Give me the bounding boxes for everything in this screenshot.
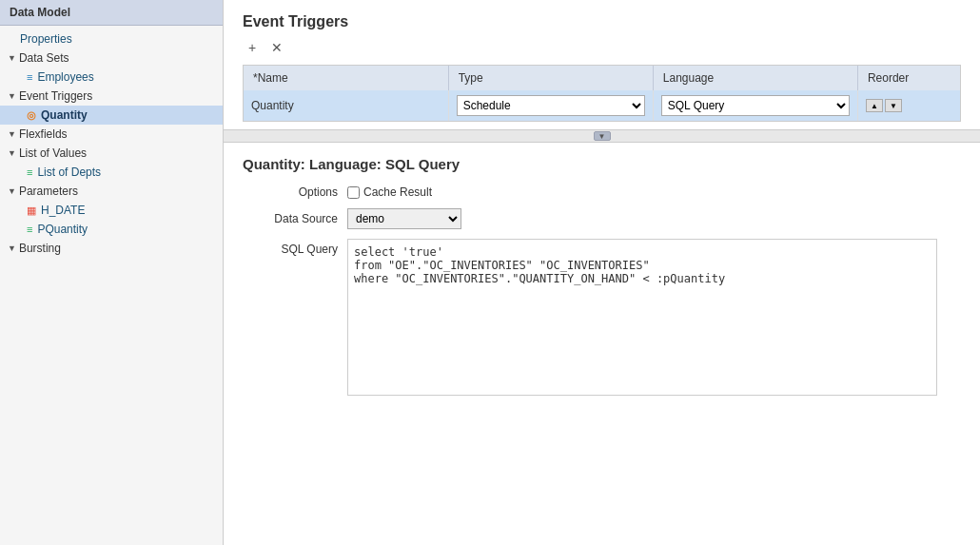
- reorder-buttons: ▲ ▼: [866, 99, 952, 112]
- sidebar: Data Model Properties ▼ Data Sets ≡ Empl…: [0, 0, 224, 545]
- sql-query-label: SQL Query: [243, 239, 347, 256]
- sidebar-item-quantity[interactable]: ◎ Quantity: [0, 106, 223, 125]
- sidebar-item-data-sets[interactable]: ▼ Data Sets: [0, 49, 223, 68]
- sql-query-textarea[interactable]: [347, 239, 937, 396]
- trigger-language-cell: SQL Query PL/SQL Java: [653, 90, 857, 121]
- trigger-reorder-cell: ▲ ▼: [857, 90, 960, 121]
- collapse-icon: ▼: [8, 53, 16, 63]
- collapse-icon: ▼: [8, 129, 16, 139]
- collapse-icon: ▼: [8, 243, 16, 253]
- data-source-label: Data Source: [243, 212, 347, 225]
- splitter-divider: ▼: [224, 129, 980, 143]
- trigger-name-input[interactable]: [251, 99, 441, 112]
- cache-result-checkbox[interactable]: [347, 186, 360, 199]
- splitter-handle[interactable]: ▼: [594, 131, 611, 141]
- table-header-row: *Name Type Language Reorder: [244, 66, 960, 90]
- trigger-type-select[interactable]: Schedule Before Report After Report: [457, 95, 645, 116]
- cache-result-text: Cache Result: [363, 185, 432, 199]
- add-trigger-button[interactable]: +: [243, 38, 262, 57]
- sidebar-item-label: List of Depts: [37, 165, 101, 179]
- sidebar-item-parameters[interactable]: ▼ Parameters: [0, 182, 223, 201]
- sidebar-item-bursting[interactable]: ▼ Bursting: [0, 239, 223, 258]
- trigger-language-select[interactable]: SQL Query PL/SQL Java: [661, 95, 850, 116]
- sidebar-item-label: Data Sets: [19, 51, 69, 65]
- col-type: Type: [448, 66, 653, 90]
- reorder-up-button[interactable]: ▲: [866, 99, 883, 112]
- options-label: Options: [243, 185, 347, 199]
- sidebar-item-label: Flexfields: [19, 127, 68, 141]
- h-date-icon: ▦: [27, 204, 36, 217]
- detail-section: Quantity: Language: SQL Query Options Ca…: [224, 143, 980, 418]
- sidebar-item-flexfields[interactable]: ▼ Flexfields: [0, 125, 223, 144]
- sidebar-item-label: List of Values: [19, 146, 87, 160]
- sidebar-item-label: PQuantity: [37, 223, 88, 236]
- data-source-select[interactable]: demo: [347, 208, 461, 229]
- sidebar-item-event-triggers[interactable]: ▼ Event Triggers: [0, 87, 223, 106]
- collapse-icon: ▼: [8, 186, 16, 196]
- sidebar-item-label: Bursting: [19, 242, 61, 255]
- reorder-down-button[interactable]: ▼: [885, 99, 902, 112]
- trigger-type-cell: Schedule Before Report After Report: [448, 90, 653, 121]
- quantity-icon: ◎: [27, 109, 36, 122]
- sidebar-item-label: Employees: [37, 70, 93, 84]
- collapse-icon: ▼: [8, 148, 16, 158]
- sidebar-header: Data Model: [0, 0, 223, 26]
- sidebar-item-label: H_DATE: [41, 204, 85, 217]
- sidebar-item-properties[interactable]: Properties: [0, 29, 223, 49]
- event-triggers-toolbar: + ✕: [224, 38, 980, 65]
- col-language: Language: [653, 66, 857, 90]
- triggers-table-container: *Name Type Language Reorder Schedule Bef…: [243, 65, 961, 122]
- sidebar-item-label: Quantity: [41, 108, 88, 122]
- col-name: *Name: [244, 66, 448, 90]
- sidebar-item-employees[interactable]: ≡ Employees: [0, 68, 223, 87]
- employees-icon: ≡: [27, 71, 32, 83]
- trigger-name-cell: [244, 90, 448, 121]
- sidebar-item-h-date[interactable]: ▦ H_DATE: [0, 201, 223, 220]
- table-row: Schedule Before Report After Report SQL …: [244, 90, 960, 121]
- detail-title: Quantity: Language: SQL Query: [243, 156, 961, 172]
- collapse-icon: ▼: [8, 91, 16, 101]
- col-reorder: Reorder: [857, 66, 960, 90]
- data-source-value: demo: [347, 208, 461, 229]
- main-content: Event Triggers + ✕ *Name Type Language R…: [224, 0, 980, 545]
- sql-query-row: SQL Query: [243, 239, 961, 396]
- sidebar-content: Properties ▼ Data Sets ≡ Employees ▼ Eve…: [0, 26, 223, 262]
- options-row: Options Cache Result: [243, 185, 961, 199]
- cache-result-label[interactable]: Cache Result: [347, 185, 432, 199]
- list-depts-icon: ≡: [27, 166, 32, 178]
- sidebar-item-list-of-values[interactable]: ▼ List of Values: [0, 144, 223, 163]
- data-source-row: Data Source demo: [243, 208, 961, 229]
- sidebar-item-label: Parameters: [19, 185, 78, 198]
- sidebar-item-label: Event Triggers: [19, 89, 92, 103]
- pquantity-icon: ≡: [27, 224, 32, 235]
- triggers-table: *Name Type Language Reorder Schedule Bef…: [244, 66, 960, 121]
- options-value: Cache Result: [347, 185, 432, 199]
- sidebar-item-pquantity[interactable]: ≡ PQuantity: [0, 220, 223, 239]
- sidebar-item-list-of-depts[interactable]: ≡ List of Depts: [0, 163, 223, 182]
- sidebar-item-label: Properties: [20, 32, 72, 46]
- event-triggers-title: Event Triggers: [224, 0, 980, 38]
- remove-trigger-button[interactable]: ✕: [267, 38, 286, 57]
